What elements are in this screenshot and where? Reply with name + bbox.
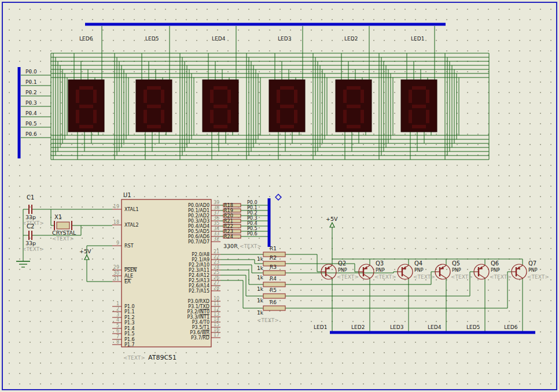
wire[interactable] [87, 260, 112, 282]
net-label[interactable]: LED5 [145, 36, 159, 42]
pin-name: P1.4 [124, 326, 135, 331]
pin-number: 30 [113, 271, 119, 276]
wire[interactable] [285, 254, 321, 272]
display-segment [214, 105, 227, 108]
display-segment [361, 90, 364, 103]
c2-ref[interactable]: C2 [27, 223, 34, 230]
resistor-ref[interactable]: R24 [224, 234, 233, 239]
resistor-ref[interactable]: R5 [270, 287, 277, 293]
transistor[interactable] [321, 264, 336, 279]
schematic-canvas[interactable]: U1 AT89C51 <TEXT> C1 33p <TEXT> C2 33p <… [0, 0, 559, 392]
transistor-ref[interactable]: Q3 [376, 260, 384, 267]
transistor-ref[interactable]: Q7 [528, 260, 536, 267]
pin-number: 3 [116, 312, 119, 317]
resistor-value: 1k [257, 256, 264, 262]
net-label[interactable]: LED4 [428, 324, 442, 330]
net-label[interactable]: P0.0 [247, 200, 258, 205]
net-label[interactable]: P0.4 [25, 110, 37, 116]
pin-number: 18 [113, 220, 119, 225]
transistor-ref[interactable]: Q4 [414, 260, 422, 267]
resistor-ref[interactable]: R1 [270, 246, 277, 252]
mcu-ref[interactable]: U1 [123, 192, 131, 198]
transistor[interactable] [398, 264, 413, 279]
net-label[interactable]: P0.5 [247, 226, 258, 231]
pin-number: 25 [214, 270, 219, 275]
power-arrow-icon[interactable] [84, 255, 89, 260]
net-label[interactable]: LED6 [79, 36, 93, 42]
resistor-ref[interactable]: R20 [224, 213, 233, 219]
net-label[interactable]: LED3 [278, 36, 291, 42]
pin-name: ALE [124, 273, 133, 279]
display-segment [347, 125, 361, 128]
power-5v-label[interactable]: +5V [79, 248, 91, 254]
mcu-part: AT89C51 [148, 354, 176, 361]
pin-number: 11 [214, 301, 219, 306]
net-label[interactable]: LED6 [504, 324, 518, 330]
crystal-body[interactable] [57, 222, 69, 229]
display-segment [347, 105, 361, 108]
transistor[interactable] [474, 264, 489, 279]
transistor-type: PNP [338, 268, 347, 273]
pin-number: 38 [214, 205, 219, 210]
resistor-ref[interactable]: R23 [224, 229, 233, 234]
transistor-ref[interactable]: Q6 [491, 260, 499, 267]
x1-ref[interactable]: X1 [54, 214, 62, 220]
resistor-ref[interactable]: R6 [270, 299, 277, 305]
transistor[interactable] [359, 264, 374, 279]
net-label[interactable]: LED1 [411, 36, 424, 42]
pin-number: 4 [116, 317, 119, 323]
net-label[interactable]: P0.2 [247, 210, 258, 216]
pin-name: P0.5/AD5 [188, 229, 209, 234]
net-label[interactable]: P0.2 [25, 90, 37, 95]
net-label[interactable]: P0.6 [25, 131, 37, 137]
net-label[interactable]: P0.0 [25, 69, 37, 75]
display-segment [412, 86, 426, 90]
display-segment [280, 86, 294, 90]
power-arrow-icon[interactable] [330, 223, 334, 227]
transistor[interactable] [512, 264, 527, 279]
display-segment [412, 125, 426, 128]
net-label[interactable]: P0.6 [247, 231, 258, 236]
net-label[interactable]: P0.1 [247, 205, 258, 210]
net-label[interactable]: P0.3 [25, 100, 37, 106]
transistor[interactable] [435, 264, 450, 279]
resistor-ref[interactable]: R21 [224, 219, 233, 224]
resistor-ref[interactable]: R18 [224, 203, 233, 208]
net-label[interactable]: P0.3 [247, 216, 258, 221]
resistor-ref[interactable]: R4 [270, 276, 277, 282]
display-segment [412, 105, 426, 108]
net-label[interactable]: LED3 [390, 324, 403, 330]
c1-ref[interactable]: C1 [27, 194, 34, 201]
net-label[interactable]: LED5 [466, 324, 480, 330]
resistor-body[interactable] [263, 294, 285, 298]
transistor-ref[interactable]: Q2 [338, 260, 346, 267]
net-label[interactable]: LED1 [314, 324, 327, 330]
x1-text: <TEXT> [52, 236, 74, 242]
resistor-ref[interactable]: R19 [224, 208, 233, 213]
transistor-ref[interactable]: Q5 [452, 260, 460, 267]
pin-name: P2.2/A10 [189, 262, 209, 268]
net-label[interactable]: LED2 [344, 36, 358, 42]
pin-number: 26 [214, 275, 219, 280]
resistor-body[interactable] [263, 282, 285, 287]
transistor-collector [479, 274, 485, 278]
display-segment [343, 90, 347, 103]
resistor-ref[interactable]: R2 [270, 255, 277, 261]
pin-name: P0.3/AD3 [188, 219, 209, 224]
pin-number: 9 [116, 241, 119, 246]
net-label[interactable]: LED2 [351, 324, 365, 330]
wire[interactable] [285, 272, 512, 308]
net-label[interactable]: P0.5 [25, 121, 37, 127]
net-label[interactable]: LED4 [212, 36, 226, 42]
resistor-body[interactable] [263, 306, 285, 310]
net-label[interactable]: P0.1 [25, 79, 37, 85]
pin-number: 27 [214, 280, 219, 286]
resistor-ref[interactable]: R3 [270, 264, 277, 270]
resistor-ref[interactable]: R22 [224, 224, 233, 229]
display-segment [93, 90, 97, 103]
net-label[interactable]: P0.4 [247, 221, 258, 226]
resistor-body[interactable] [263, 271, 285, 275]
pin-number: 14 [214, 317, 219, 322]
power-5v-label[interactable]: +5V [326, 216, 338, 222]
resistor-value: 1k [257, 286, 264, 292]
